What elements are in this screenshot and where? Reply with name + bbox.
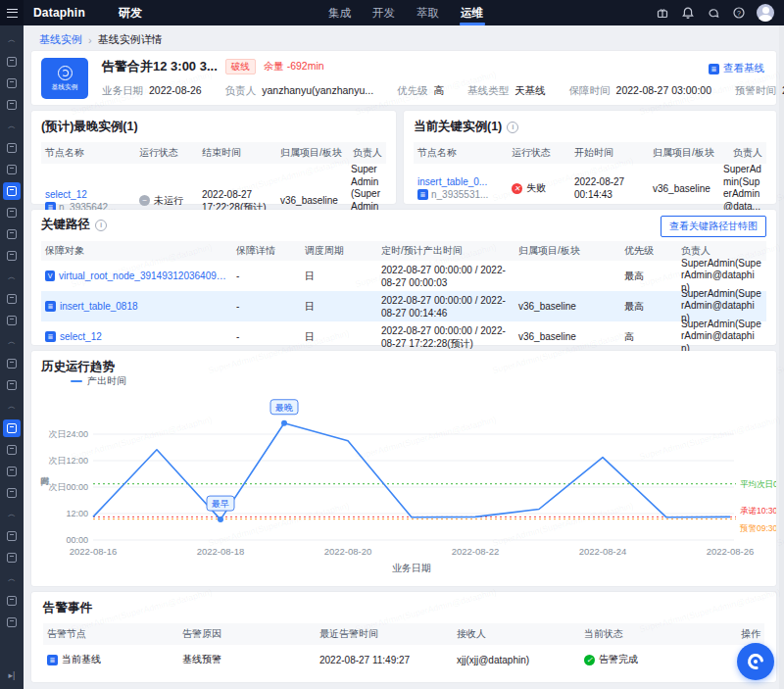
sidebar-item-icon[interactable]: [3, 247, 21, 265]
broken-line-badge: 破线: [225, 59, 256, 74]
navbar-actions: ?: [655, 0, 774, 25]
node-type-icon: ≣: [45, 331, 56, 342]
baseline-instance-tile: 基线实例: [41, 58, 88, 99]
module-icon: [7, 186, 17, 196]
menu-toggle-icon[interactable]: [0, 0, 24, 25]
sidebar-group-chevron-icon[interactable]: ︿: [3, 118, 21, 135]
info-icon[interactable]: i: [95, 220, 107, 231]
latest-table-header: 节点名称 运行状态 结束时间 归属项目/板块 负责人: [41, 142, 386, 164]
info-icon[interactable]: i: [507, 122, 518, 133]
node-type-icon: ≣: [45, 301, 56, 312]
sidebar-item-icon[interactable]: [3, 592, 21, 610]
node-link[interactable]: insert_table_0...: [417, 176, 504, 187]
sidebar-item-icon[interactable]: [3, 312, 21, 329]
robot-face-icon: [745, 651, 766, 672]
table-row: Vvirtual_root_node_3914931203640918016 -…: [41, 261, 766, 291]
sidebar-item-icon[interactable]: [3, 484, 21, 502]
owner: SuperAdmin(SuperAdmin@data...: [719, 164, 766, 213]
sidebar-group-chevron-icon[interactable]: ︿: [3, 333, 21, 351]
sidebar-item-icon[interactable]: [3, 96, 21, 114]
svg-text:2022-08-16: 2022-08-16: [70, 546, 118, 557]
top-navbar: Dataphin 研发 集成 开发 萃取 运维 ?: [0, 0, 784, 25]
module-icon: [7, 488, 17, 498]
user-avatar[interactable]: [757, 4, 774, 22]
module-icon: [7, 165, 17, 174]
sidebar-item-icon[interactable]: [3, 74, 21, 92]
sidebar-item-icon[interactable]: [3, 549, 21, 566]
sidebar-group-chevron-icon[interactable]: ︿: [3, 506, 21, 523]
breadcrumb-baseline-instances[interactable]: 基线实例: [39, 32, 82, 47]
node-link[interactable]: virtual_root_node_3914931203640918016: [59, 271, 228, 281]
sidebar-item-icon[interactable]: [3, 355, 21, 372]
field-label: 预警时间: [735, 84, 776, 96]
sidebar-item-icon[interactable]: [3, 463, 21, 480]
alerts-title: 告警事件: [43, 600, 92, 616]
table-row: ≣当前基线 基线预警 2022-08-27 11:49:27 xjj(xjj@d…: [43, 645, 764, 674]
alert-events-card: 告警事件 告警节点 告警原因 最近告警时间 接收人 当前状态 操作 ≣当前基线 …: [31, 592, 776, 682]
sidebar-item-active-icon[interactable]: [3, 419, 21, 437]
sidebar-item-icon[interactable]: [3, 290, 21, 308]
col-owner: 负责人: [347, 146, 386, 160]
col-object: 保障对象: [41, 244, 232, 258]
module-icon: [7, 208, 17, 218]
chevron-up-icon: ︿: [8, 36, 16, 44]
tab-integration[interactable]: 集成: [328, 0, 351, 25]
feedback-icon[interactable]: [706, 5, 721, 21]
sidebar-group-chevron-icon[interactable]: ︿: [3, 31, 21, 49]
sidebar-group-chevron-icon[interactable]: ︿: [3, 269, 21, 286]
header-fields: 业务日期2022-08-26 负责人yanzhanyu(yanzhanyu...…: [102, 84, 764, 98]
tab-ops[interactable]: 运维: [461, 0, 483, 25]
sidebar-item-active-icon[interactable]: [3, 182, 21, 200]
sidebar-item-icon[interactable]: [3, 441, 21, 459]
baseline-header-card: 基线实例 告警合并12 3:00 3... 破线 余量 -692min 业务日期…: [31, 51, 776, 105]
sidebar-collapse-icon[interactable]: ▸|: [0, 667, 24, 683]
sidebar-item-icon[interactable]: [3, 139, 21, 157]
node-link[interactable]: select_12: [45, 189, 131, 200]
help-icon[interactable]: ?: [731, 5, 747, 21]
sidebar-item-icon[interactable]: [3, 204, 21, 221]
sidebar-item-icon[interactable]: [3, 225, 21, 243]
tab-extract[interactable]: 萃取: [416, 0, 439, 25]
sidebar-item-icon[interactable]: [3, 527, 21, 545]
col-end-time: 结束时间: [198, 146, 276, 160]
view-gantt-button[interactable]: 查看关键路径甘特图: [661, 216, 766, 237]
tab-develop[interactable]: 开发: [372, 0, 395, 25]
sidebar-item-icon[interactable]: [3, 614, 21, 631]
baseline-mini-icon: ≣: [47, 655, 58, 665]
svg-text:最晚: 最晚: [274, 403, 293, 413]
critical-path-card: 关键路径 i 查看关键路径甘特图 保障对象 保障详情 调度周期 定时/预计产出时…: [31, 210, 776, 345]
svg-text:00:00: 00:00: [66, 535, 88, 545]
module-icon: [7, 78, 17, 88]
sidebar-group-chevron-icon[interactable]: ︿: [3, 398, 21, 416]
col-receiver: 接收人: [453, 627, 580, 641]
svg-text:2022-08-18: 2022-08-18: [197, 546, 245, 557]
node-link[interactable]: insert_table_0818: [60, 301, 138, 312]
table-row: ≣select_12 - 日 2022-08-27 00:00:00 / 202…: [41, 321, 766, 352]
assistant-button[interactable]: [737, 643, 774, 680]
chevron-up-icon: ︿: [8, 123, 16, 130]
view-baseline-link[interactable]: ≣ 查看基线: [709, 62, 764, 75]
sidebar-item-icon[interactable]: [3, 161, 21, 178]
module-title[interactable]: 研发: [119, 5, 142, 22]
scrollbar-track[interactable]: [779, 25, 784, 689]
svg-text:次日12:00: 次日12:00: [48, 456, 88, 466]
sidebar-group-chevron-icon[interactable]: ︿: [3, 570, 21, 588]
status-done-icon: ✓: [584, 655, 595, 665]
field-value: yanzhanyu(yanzhanyu...: [262, 84, 373, 96]
trend-line-chart[interactable]: 00:0012:00次日00:00次日12:00次日24:00产出时间平均次日0…: [31, 351, 776, 582]
sidebar-item-icon[interactable]: [3, 53, 21, 71]
node-link[interactable]: select_12: [60, 331, 102, 342]
svg-text:2022-08-20: 2022-08-20: [324, 546, 372, 557]
start-time: 2022-08-27 00:14:43: [570, 175, 649, 201]
module-icon: [7, 553, 17, 563]
sidebar-item-icon[interactable]: [3, 376, 21, 394]
chevron-up-icon: ︿: [8, 403, 16, 411]
bell-icon[interactable]: [680, 5, 696, 21]
fingerprint-icon: [58, 66, 73, 80]
module-icon: [7, 294, 17, 304]
svg-text:预警09:30: 预警09:30: [739, 523, 776, 533]
page-title: 告警合并12 3:00 3...: [102, 58, 218, 75]
node-type-icon: V: [45, 271, 55, 281]
status-pending-icon: −: [139, 195, 150, 206]
gift-icon[interactable]: [655, 5, 670, 21]
